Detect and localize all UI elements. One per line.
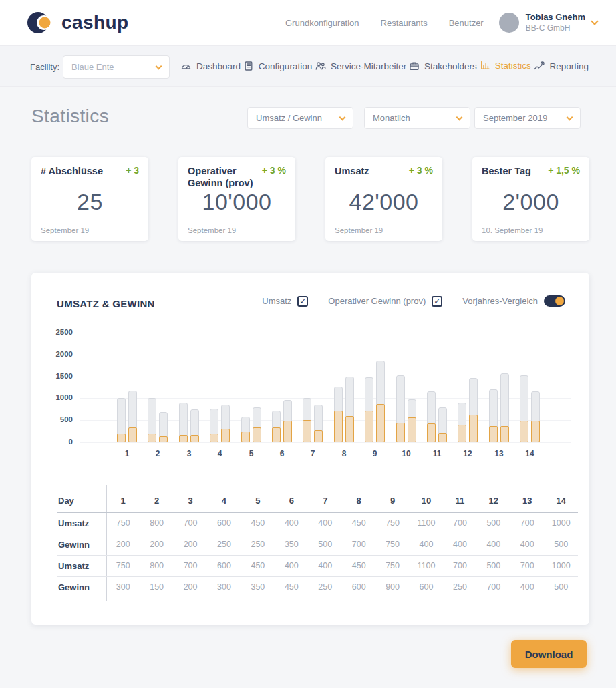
x-axis-label: 10	[393, 449, 420, 458]
table-header-cell: 9	[375, 490, 409, 512]
filter-period-value: Monatlich	[373, 113, 457, 123]
table-cell: 400	[443, 534, 476, 555]
facility-nav-items: Dashboard Configuration Service-Mitarbei…	[180, 46, 589, 88]
bar-current	[365, 377, 373, 442]
user-menu[interactable]: Tobias Gnehm BB-C GmbH	[499, 0, 597, 45]
kpi-title: Operativer Gewinn (prov)	[188, 165, 260, 189]
tab-label: Statistics	[495, 61, 531, 71]
table-cell: 750	[375, 534, 409, 555]
vorjahres-vergleich-toggle-control[interactable]: Vorjahres-Vergleich	[462, 295, 565, 307]
x-axis-label: 9	[361, 449, 388, 458]
kpi-delta: + 3	[126, 165, 139, 176]
table-cell: 450	[241, 555, 275, 576]
toggle-knob	[555, 297, 564, 305]
table-cell: 750	[375, 555, 409, 576]
control-label: Operativer Gewinn (prov)	[328, 296, 426, 306]
tab-configuration[interactable]: Configuration	[243, 61, 312, 73]
download-button[interactable]: Download	[511, 640, 587, 668]
tab-stakeholders[interactable]: Stakeholders	[409, 61, 477, 73]
header-nav-restaurants[interactable]: Restaurants	[381, 18, 428, 28]
checkbox-checked-icon[interactable]: ✓	[297, 296, 308, 307]
gewinn-segment	[128, 427, 137, 442]
bar-current	[520, 375, 528, 442]
header-nav-benutzer[interactable]: Benutzer	[449, 18, 484, 28]
toggle-on-icon[interactable]	[544, 295, 565, 307]
kpi-title: Bester Tag	[482, 165, 531, 177]
table-cell: 750	[106, 555, 140, 576]
facility-select[interactable]: Blaue Ente	[63, 55, 170, 79]
kpi-card-abschluesse: # Abschlüsse + 3 25 September 19	[31, 157, 148, 241]
gewinn-segment	[210, 434, 218, 442]
gewinn-segment	[159, 436, 168, 442]
table-row: Umsatz7508007006004504004004507501100700…	[57, 555, 578, 576]
kpi-delta: + 1,5 %	[548, 165, 580, 176]
control-label: Vorjahres-Vergleich	[462, 296, 538, 306]
x-axis-label: 6	[269, 449, 295, 458]
table-cell: 700	[174, 555, 207, 576]
tab-label: Stakeholders	[424, 61, 477, 71]
bar-previous-year	[469, 378, 478, 442]
table-cell: 300	[106, 576, 140, 598]
page: cashup Grundkonfiguration Restaurants Be…	[0, 0, 616, 688]
table-header-cell: 10	[410, 490, 443, 512]
table-cell: 400	[309, 512, 342, 534]
table-cell: 250	[309, 576, 342, 598]
chart-area: 050010001500200025001234567891011121314	[31, 333, 589, 466]
bar-previous-year	[190, 409, 199, 442]
tab-reporting[interactable]: Reporting	[533, 61, 589, 73]
table-cell: 500	[477, 555, 510, 576]
gridline	[80, 442, 571, 443]
filter-month-select[interactable]: September 2019	[474, 107, 581, 129]
gewinn-segment	[334, 411, 343, 442]
operativer-gewinn-checkbox-control[interactable]: Operativer Gewinn (prov) ✓	[328, 296, 442, 307]
header-nav-grundkonfiguration[interactable]: Grundkonfiguration	[285, 18, 359, 28]
gauge-icon	[180, 61, 192, 71]
user-company: BB-C GmbH	[526, 23, 585, 33]
gewinn-segment	[531, 421, 540, 442]
table-header-cell: 3	[174, 490, 207, 512]
logo[interactable]: cashup	[27, 9, 128, 36]
kpi-footer: September 19	[335, 226, 383, 234]
table-cell: 700	[510, 512, 544, 534]
gewinn-segment	[520, 421, 528, 442]
app-header: cashup Grundkonfiguration Restaurants Be…	[0, 0, 616, 45]
chevron-down-icon	[567, 114, 573, 120]
table-cell: 700	[443, 512, 476, 534]
tab-dashboard[interactable]: Dashboard	[180, 61, 241, 73]
umsatz-checkbox-control[interactable]: Umsatz ✓	[262, 296, 308, 307]
kpi-footer: September 19	[41, 226, 89, 234]
x-axis-label: 3	[176, 449, 202, 458]
gewinn-segment	[469, 415, 478, 442]
bar-current	[303, 398, 311, 442]
bar-current	[396, 375, 405, 442]
table-cell: 350	[275, 534, 308, 555]
filter-metric-select[interactable]: Umsatz / Gewinn	[247, 107, 353, 129]
gewinn-segment	[427, 423, 436, 442]
umsatz-gewinn-table: Day1234567891011121314 Umsatz75080070060…	[57, 490, 578, 598]
filter-period-select[interactable]: Monatlich	[364, 107, 470, 129]
table-header-cell: 12	[477, 490, 510, 512]
report-icon	[533, 61, 545, 71]
table-cell: 500	[544, 576, 578, 598]
y-axis-label: 2500	[45, 328, 73, 336]
data-table-wrap: Day1234567891011121314 Umsatz75080070060…	[57, 490, 578, 598]
table-cell: 400	[477, 534, 510, 555]
kpi-footer: 10. September 19	[482, 226, 543, 234]
tab-statistics[interactable]: Statistics	[480, 60, 531, 73]
table-cell: 400	[275, 512, 308, 534]
table-row: Gewinn3001502003003504502506009006002507…	[57, 576, 578, 598]
table-cell: 600	[207, 555, 241, 576]
row-label: Umsatz	[57, 512, 106, 534]
table-header-cell: 7	[309, 490, 342, 512]
row-label: Umsatz	[57, 555, 106, 576]
table-cell: 450	[241, 512, 275, 534]
checkbox-checked-icon[interactable]: ✓	[432, 296, 442, 307]
bar-previous-year	[531, 391, 540, 442]
gewinn-segment	[272, 427, 281, 442]
gewinn-segment	[117, 434, 126, 442]
tab-service-mitarbeiter[interactable]: Service-Mitarbeiter	[315, 61, 406, 73]
x-axis-label: 1	[114, 449, 140, 458]
gewinn-segment	[376, 404, 385, 442]
bar-current	[148, 398, 156, 442]
gridline	[80, 333, 571, 333]
